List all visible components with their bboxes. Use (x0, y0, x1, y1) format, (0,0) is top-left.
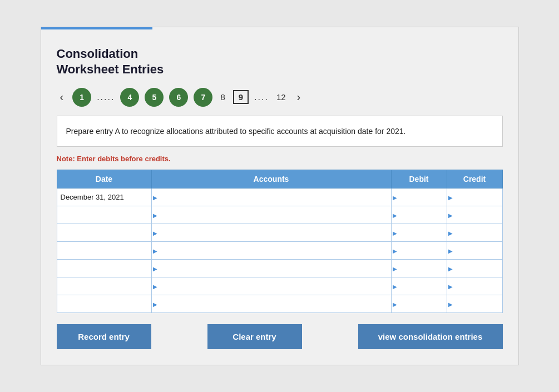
accounts-input[interactable] (152, 260, 391, 277)
main-container: Consolidation Worksheet Entries ‹ 1 ....… (41, 27, 519, 366)
date-cell[interactable] (57, 224, 151, 242)
page-8-button[interactable]: 8 (218, 91, 227, 103)
date-input[interactable] (57, 295, 151, 312)
debit-input[interactable] (392, 260, 447, 277)
pagination: ‹ 1 ..... 4 5 6 7 8 9 .... 12 › (57, 88, 503, 107)
page-1-button[interactable]: 1 (72, 88, 91, 107)
credit-cell[interactable] (447, 277, 502, 295)
date-input[interactable] (57, 206, 151, 224)
credit-input[interactable] (447, 260, 502, 277)
entry-table: Date Accounts Debit Credit December 31, … (57, 170, 503, 313)
note-body: Enter debits before credits. (75, 155, 171, 163)
debit-input[interactable] (392, 206, 447, 224)
credit-cell[interactable] (447, 206, 502, 224)
col-header-date: Date (57, 170, 151, 188)
instruction-box: Prepare entry A to recognize allocations… (57, 116, 503, 147)
accounts-input[interactable] (152, 277, 391, 295)
credit-input[interactable] (447, 188, 502, 206)
page-5-button[interactable]: 5 (145, 88, 164, 107)
accounts-input[interactable] (152, 295, 391, 312)
col-header-debit: Debit (391, 170, 447, 188)
debit-cell[interactable] (391, 206, 447, 224)
accounts-cell[interactable] (151, 260, 391, 277)
debit-input[interactable] (392, 188, 447, 206)
debit-input[interactable] (392, 295, 447, 312)
date-cell[interactable] (57, 206, 151, 224)
table-row: December 31, 2021 (57, 188, 502, 206)
table-row (57, 242, 502, 260)
buttons-row: Record entry Clear entry view consolidat… (57, 324, 503, 349)
debit-cell[interactable] (391, 277, 447, 295)
table-row (57, 277, 502, 295)
credit-cell[interactable] (447, 260, 502, 277)
credit-cell[interactable] (447, 224, 502, 242)
credit-input[interactable] (447, 277, 502, 295)
next-page-button[interactable]: › (294, 90, 304, 105)
debit-cell[interactable] (391, 260, 447, 277)
page-7-button[interactable]: 7 (194, 88, 212, 107)
accounts-cell[interactable] (151, 242, 391, 260)
page-6-button[interactable]: 6 (169, 88, 188, 107)
accounts-input[interactable] (152, 188, 391, 206)
date-cell[interactable]: December 31, 2021 (57, 188, 151, 206)
table-row (57, 260, 502, 277)
accounts-input[interactable] (152, 242, 391, 259)
date-cell[interactable] (57, 242, 151, 260)
note-prefix: Note: (57, 155, 75, 163)
debit-cell[interactable] (391, 242, 447, 260)
page-4-button[interactable]: 4 (120, 88, 139, 107)
page-9-button[interactable]: 9 (233, 90, 249, 104)
dots-1: ..... (97, 92, 115, 102)
date-input[interactable] (57, 242, 151, 259)
debit-input[interactable] (392, 242, 447, 259)
credit-input[interactable] (447, 242, 502, 259)
accounts-cell[interactable] (151, 224, 391, 242)
page-12-button[interactable]: 12 (274, 91, 288, 103)
top-bar (41, 27, 152, 29)
date-input[interactable] (57, 277, 151, 295)
clear-entry-button[interactable]: Clear entry (207, 324, 302, 349)
col-header-accounts: Accounts (151, 170, 391, 188)
credit-cell[interactable] (447, 295, 502, 313)
table-row (57, 206, 502, 224)
note: Note: Enter debits before credits. (57, 155, 503, 163)
date-input[interactable] (57, 260, 151, 277)
credit-cell[interactable] (447, 242, 502, 260)
accounts-input[interactable] (152, 206, 391, 224)
credit-input[interactable] (447, 206, 502, 224)
credit-cell[interactable] (447, 188, 502, 206)
accounts-cell[interactable] (151, 295, 391, 313)
debit-cell[interactable] (391, 188, 447, 206)
credit-input[interactable] (447, 295, 502, 312)
accounts-cell[interactable] (151, 206, 391, 224)
debit-input[interactable] (392, 277, 447, 295)
view-consolidation-button[interactable]: view consolidation entries (358, 324, 503, 349)
accounts-input[interactable] (152, 224, 391, 241)
table-row (57, 224, 502, 242)
prev-page-button[interactable]: ‹ (57, 90, 67, 105)
debit-cell[interactable] (391, 295, 447, 313)
date-cell[interactable] (57, 277, 151, 295)
accounts-cell[interactable] (151, 188, 391, 206)
page-title: Consolidation Worksheet Entries (57, 46, 503, 78)
debit-input[interactable] (392, 224, 447, 241)
debit-cell[interactable] (391, 224, 447, 242)
date-cell[interactable] (57, 260, 151, 277)
credit-input[interactable] (447, 224, 502, 241)
record-entry-button[interactable]: Record entry (57, 324, 151, 349)
accounts-cell[interactable] (151, 277, 391, 295)
dots-2: .... (254, 92, 269, 102)
col-header-credit: Credit (447, 170, 502, 188)
date-cell[interactable] (57, 295, 151, 313)
date-input[interactable] (57, 224, 151, 241)
instruction-text: Prepare entry A to recognize allocations… (66, 127, 406, 136)
table-row (57, 295, 502, 313)
